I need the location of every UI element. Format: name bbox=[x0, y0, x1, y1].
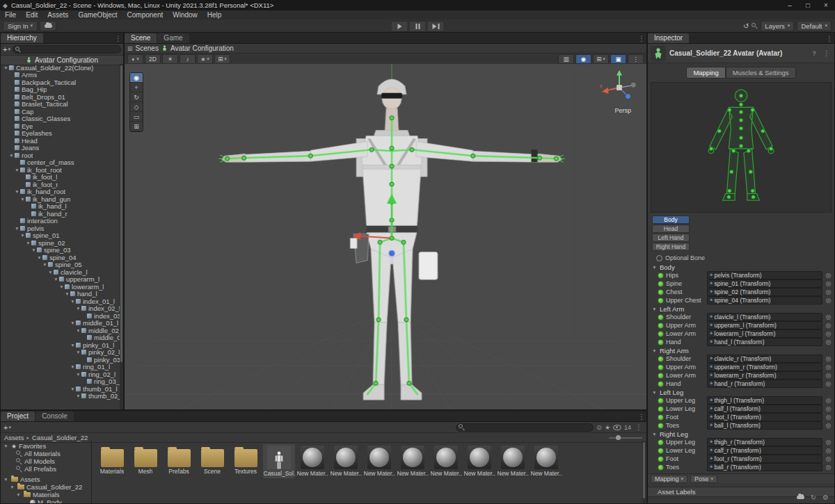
expand-arrow-icon[interactable]: ▾ bbox=[9, 484, 15, 490]
hierarchy-item[interactable]: ▾ middle_01_l bbox=[1, 320, 120, 327]
bone-object-field[interactable]: ⌖ thigh_r (Transform) bbox=[707, 438, 822, 446]
hierarchy-item[interactable]: Braslet_Tactical bbox=[1, 101, 120, 108]
asset-tile-folder[interactable]: Materials bbox=[96, 444, 128, 476]
create-object-button[interactable]: +▾ bbox=[3, 45, 10, 54]
bone-object-field[interactable]: ⌖ clavicle_r (Transform) bbox=[707, 355, 822, 363]
bone-object-field[interactable]: ⌖ spine_04 (Transform) bbox=[707, 296, 822, 304]
expand-arrow-icon[interactable]: ▾ bbox=[70, 386, 76, 392]
hierarchy-item[interactable]: ▾ middle_02_l bbox=[1, 327, 120, 334]
menu-assets[interactable]: Assets bbox=[42, 11, 73, 19]
bone-object-field[interactable]: ⌖ spine_01 (Transform) bbox=[707, 279, 822, 288]
hierarchy-item[interactable]: ▾ pelvis bbox=[1, 225, 120, 232]
hierarchy-item[interactable]: Eye bbox=[1, 122, 120, 130]
bone-object-field[interactable]: ⌖ ball_l (Transform) bbox=[707, 421, 822, 430]
object-picker-icon[interactable]: ◎ bbox=[825, 439, 832, 446]
object-picker-icon[interactable]: ◎ bbox=[825, 314, 832, 320]
asset-tile-folder[interactable]: Prefabs bbox=[163, 444, 195, 476]
effects-toggle-button[interactable]: ∗▾ bbox=[197, 54, 213, 64]
audio-toggle-button[interactable]: ♪ bbox=[180, 54, 196, 64]
hidden-packages-icon[interactable] bbox=[613, 425, 621, 430]
layers-dropdown[interactable]: Layers▾ bbox=[761, 21, 794, 31]
search-icon[interactable] bbox=[752, 23, 758, 29]
hierarchy-scrollbar[interactable] bbox=[120, 64, 123, 409]
bone-object-field[interactable]: ⌖ upperarm_r (Transform) bbox=[707, 363, 822, 371]
expand-arrow-icon[interactable]: ▾ bbox=[70, 298, 76, 304]
panel-menu-icon[interactable]: ⋮ bbox=[634, 423, 644, 432]
perspective-label[interactable]: Persp bbox=[614, 107, 631, 114]
favorites-header[interactable]: ▾ ★ Favorites bbox=[1, 442, 91, 450]
expand-arrow-icon[interactable]: ▾ bbox=[47, 269, 54, 275]
maximize-button[interactable]: □ bbox=[799, 0, 817, 10]
transform-tool[interactable]: ⊞ bbox=[130, 122, 143, 131]
favorite-item[interactable]: All Models bbox=[1, 457, 91, 465]
hierarchy-item[interactable]: ik_foot_r bbox=[1, 181, 120, 188]
rect-tool[interactable]: ▭ bbox=[130, 112, 143, 122]
hierarchy-item[interactable]: ▾ pinky_01_l bbox=[1, 341, 120, 349]
minimize-button[interactable]: – bbox=[781, 0, 799, 10]
asset-tile-material[interactable]: New Mater... bbox=[497, 444, 529, 478]
pose-menu-button[interactable]: Pose▾ bbox=[690, 475, 717, 483]
expand-arrow-icon[interactable]: ▾ bbox=[8, 152, 15, 158]
object-picker-icon[interactable]: ◎ bbox=[825, 330, 832, 337]
bone-object-field[interactable]: ⌖ pelvis (Transform) bbox=[707, 271, 822, 279]
hierarchy-item[interactable]: ▾ spine_01 bbox=[1, 232, 120, 240]
hierarchy-item[interactable]: ▾ ik_hand_root bbox=[1, 188, 120, 196]
cloud-status-icon[interactable] bbox=[797, 496, 804, 499]
help-icon[interactable]: ? bbox=[810, 50, 818, 57]
bone-object-field[interactable]: ⌖ foot_l (Transform) bbox=[707, 413, 822, 421]
close-button[interactable]: × bbox=[817, 0, 835, 10]
hierarchy-item[interactable]: Head bbox=[1, 137, 120, 145]
pause-button[interactable] bbox=[409, 21, 427, 32]
play-button[interactable] bbox=[391, 21, 408, 32]
bone-object-field[interactable]: ⌖ calf_r (Transform) bbox=[707, 446, 822, 455]
expand-arrow-icon[interactable]: ▾ bbox=[64, 291, 70, 297]
menu-help[interactable]: Help bbox=[202, 11, 227, 19]
scale-tool[interactable]: ◇ bbox=[130, 102, 143, 112]
expand-arrow-icon[interactable]: ▾ bbox=[25, 240, 31, 246]
rotate-tool[interactable]: ↻ bbox=[130, 92, 143, 102]
grid-visibility-button[interactable]: ⊞▾ bbox=[214, 54, 230, 64]
panel-menu-icon[interactable]: ⋮ bbox=[825, 35, 834, 43]
asset-tile-material[interactable]: New Mater... bbox=[530, 444, 562, 478]
hierarchy-item[interactable]: ▾ Casual_Soldier_22(Clone) bbox=[1, 64, 120, 72]
project-tree-item[interactable]: M_Body bbox=[1, 498, 91, 503]
object-picker-icon[interactable]: ◎ bbox=[825, 322, 832, 329]
hierarchy-item[interactable]: interaction bbox=[1, 218, 120, 225]
object-picker-icon[interactable]: ◎ bbox=[825, 464, 832, 471]
tab-hierarchy[interactable]: Hierarchy bbox=[1, 33, 43, 43]
bone-object-field[interactable]: ⌖ lowerarm_r (Transform) bbox=[707, 371, 822, 380]
expand-arrow-icon[interactable]: ▾ bbox=[58, 284, 65, 290]
scene-3d-viewport[interactable]: ◉+↻◇▭⊞ x Persp bbox=[125, 64, 646, 409]
expand-arrow-icon[interactable]: ▾ bbox=[14, 167, 20, 173]
mapping-section-header[interactable]: ▾Right Leg bbox=[648, 430, 834, 438]
undo-history-button[interactable]: ↺ bbox=[743, 22, 749, 30]
breadcrumb-avatar-configuration[interactable]: Avatar Configuration bbox=[170, 44, 234, 52]
hierarchy-item[interactable]: middle_03_l bbox=[1, 334, 120, 342]
refresh-status-icon[interactable]: ↻ bbox=[811, 494, 816, 501]
asset-tile-material[interactable]: New Mater... bbox=[397, 444, 429, 478]
expand-arrow-icon[interactable]: ▾ bbox=[70, 364, 76, 370]
bone-object-field[interactable]: ⌖ hand_r (Transform) bbox=[707, 380, 822, 388]
expand-arrow-icon[interactable]: ▾ bbox=[75, 305, 81, 311]
expand-arrow-icon[interactable]: ▾ bbox=[3, 476, 9, 482]
search-by-type-icon[interactable]: ⊙ bbox=[596, 424, 602, 431]
project-search-input[interactable] bbox=[456, 423, 594, 432]
hierarchy-item[interactable]: Backpack_Tactical bbox=[1, 79, 120, 86]
thumbnail-zoom-slider[interactable] bbox=[609, 437, 642, 439]
hierarchy-item[interactable]: ▾ hand_l bbox=[1, 291, 120, 298]
expand-arrow-icon[interactable]: ▾ bbox=[19, 196, 26, 202]
bone-object-field[interactable]: ⌖ ball_r (Transform) bbox=[707, 463, 822, 471]
expand-arrow-icon[interactable]: ▾ bbox=[42, 261, 48, 268]
object-picker-icon[interactable]: ◎ bbox=[825, 339, 832, 346]
part-button-left-hand[interactable]: Left Hand bbox=[652, 234, 690, 242]
hierarchy-item[interactable]: ▾ ik_hand_gun bbox=[1, 195, 120, 203]
project-tree-item[interactable]: ▾ Casual_Soldier_22 bbox=[1, 483, 91, 491]
tab-muscles-settings[interactable]: Muscles & Settings bbox=[726, 67, 796, 79]
asset-tile-material[interactable]: New Mater... bbox=[463, 444, 495, 478]
expand-arrow-icon[interactable]: ▾ bbox=[31, 247, 37, 253]
expand-arrow-icon[interactable]: ▾ bbox=[14, 188, 20, 195]
scene-visibility-button[interactable]: ◉ bbox=[575, 54, 591, 64]
expand-arrow-icon[interactable]: ▾ bbox=[70, 320, 76, 326]
tab-scene-scene[interactable]: Scene bbox=[125, 33, 157, 43]
hierarchy-item[interactable]: Classic_Glasses bbox=[1, 115, 120, 123]
